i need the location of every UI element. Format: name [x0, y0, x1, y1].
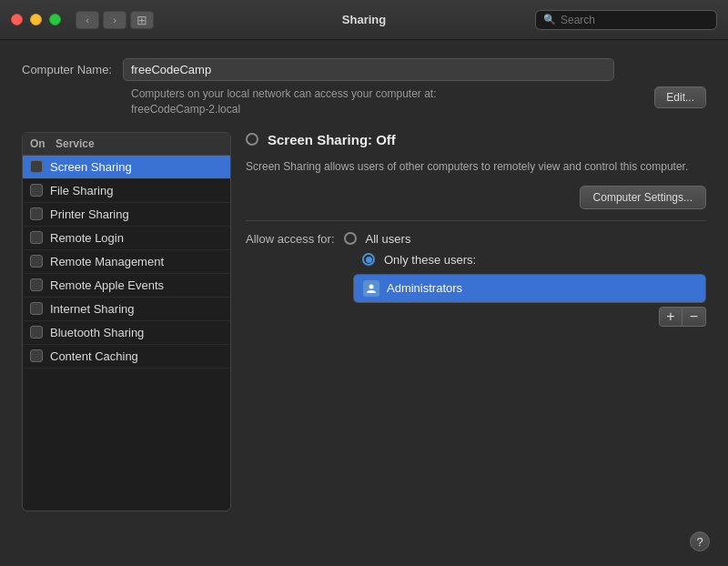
help-button[interactable]: ?: [690, 531, 710, 551]
service-title: Screen Sharing: Off: [268, 132, 396, 147]
service-checkbox-remote-management[interactable]: [30, 255, 43, 268]
service-name-bluetooth-sharing: Bluetooth Sharing: [50, 326, 144, 339]
service-status-radio[interactable]: [246, 133, 258, 146]
traffic-lights: [11, 14, 61, 25]
edit-button[interactable]: Edit...: [654, 86, 706, 108]
window-title: Sharing: [342, 13, 386, 26]
service-checkbox-remote-apple-events[interactable]: [30, 278, 43, 291]
service-description: Screen Sharing allows users of other com…: [246, 158, 706, 175]
service-item-file-sharing[interactable]: File Sharing: [23, 179, 230, 203]
users-section: Administrators + −: [353, 274, 706, 327]
service-name-file-sharing: File Sharing: [50, 184, 113, 197]
service-checkbox-bluetooth-sharing[interactable]: [30, 326, 43, 339]
service-item-remote-apple-events[interactable]: Remote Apple Events: [23, 274, 230, 298]
computer-name-label: Computer Name:: [22, 63, 112, 76]
service-item-remote-management[interactable]: Remote Management: [23, 250, 230, 274]
header-service: Service: [56, 137, 95, 150]
remove-user-button[interactable]: −: [682, 307, 706, 327]
service-checkbox-screen-sharing[interactable]: [30, 160, 43, 173]
only-these-users-row: Only these users:: [246, 253, 706, 267]
computer-name-input[interactable]: [123, 58, 614, 81]
service-title-row: Screen Sharing: Off: [246, 132, 706, 147]
service-item-screen-sharing[interactable]: Screen Sharing: [23, 156, 230, 179]
service-checkbox-file-sharing[interactable]: [30, 184, 43, 197]
only-these-users-label: Only these users:: [384, 253, 476, 267]
services-list: On Service Screen Sharing File Sharing P…: [22, 132, 231, 511]
computer-name-info: Computers on your local network can acce…: [131, 86, 706, 117]
only-these-users-radio[interactable]: [362, 253, 375, 266]
computer-settings-button[interactable]: Computer Settings...: [580, 186, 706, 209]
service-name-internet-sharing: Internet Sharing: [50, 302, 135, 316]
grid-button[interactable]: ⊞: [130, 11, 154, 29]
access-section: Allow access for: All users Only these u…: [246, 232, 706, 327]
services-panel: On Service Screen Sharing File Sharing P…: [22, 132, 706, 511]
all-users-label: All users: [366, 232, 411, 246]
computer-name-info-text: Computers on your local network can acce…: [131, 86, 436, 117]
search-bar[interactable]: 🔍: [535, 10, 717, 30]
service-item-internet-sharing[interactable]: Internet Sharing: [23, 298, 230, 321]
service-name-remote-management: Remote Management: [50, 255, 164, 268]
service-item-remote-login[interactable]: Remote Login: [23, 227, 230, 250]
service-item-bluetooth-sharing[interactable]: Bluetooth Sharing: [23, 321, 230, 345]
svg-point-0: [369, 284, 374, 288]
add-user-button[interactable]: +: [659, 307, 682, 327]
user-name-administrators: Administrators: [387, 281, 462, 295]
service-detail: Screen Sharing: Off Screen Sharing allow…: [246, 132, 706, 511]
user-icon-administrators: [363, 280, 379, 297]
nav-buttons: ‹ ›: [76, 11, 126, 29]
services-list-header: On Service: [23, 133, 230, 156]
search-input[interactable]: [561, 14, 709, 26]
users-actions: + −: [659, 307, 706, 327]
users-list[interactable]: Administrators: [353, 274, 706, 303]
close-button[interactable]: [11, 14, 23, 25]
user-item-administrators[interactable]: Administrators: [354, 275, 705, 302]
service-checkbox-internet-sharing[interactable]: [30, 302, 43, 315]
service-name-remote-apple-events: Remote Apple Events: [50, 278, 164, 292]
back-button[interactable]: ‹: [76, 11, 99, 29]
maximize-button[interactable]: [49, 14, 61, 25]
computer-name-row: Computer Name:: [22, 58, 706, 81]
computer-name-section: Computer Name: Computers on your local n…: [22, 58, 706, 117]
minimize-button[interactable]: [30, 14, 42, 25]
main-content: Computer Name: Computers on your local n…: [0, 40, 728, 530]
service-name-screen-sharing: Screen Sharing: [50, 160, 132, 174]
service-checkbox-printer-sharing[interactable]: [30, 207, 43, 220]
forward-button[interactable]: ›: [103, 11, 126, 29]
service-item-printer-sharing[interactable]: Printer Sharing: [23, 203, 230, 227]
search-icon: 🔍: [543, 14, 556, 25]
service-checkbox-content-caching[interactable]: [30, 349, 43, 362]
all-users-radio[interactable]: [344, 232, 357, 245]
divider: [246, 220, 706, 221]
titlebar: ‹ › ⊞ Sharing 🔍: [0, 0, 728, 40]
service-name-remote-login: Remote Login: [50, 231, 124, 245]
allow-access-label: Allow access for:: [246, 232, 335, 246]
service-name-content-caching: Content Caching: [50, 349, 138, 363]
service-checkbox-remote-login[interactable]: [30, 231, 43, 244]
allow-access-row: Allow access for: All users: [246, 232, 706, 246]
service-name-printer-sharing: Printer Sharing: [50, 207, 129, 221]
header-on: On: [30, 137, 56, 150]
bottom-bar: ?: [0, 530, 728, 566]
service-item-content-caching[interactable]: Content Caching: [23, 345, 230, 369]
